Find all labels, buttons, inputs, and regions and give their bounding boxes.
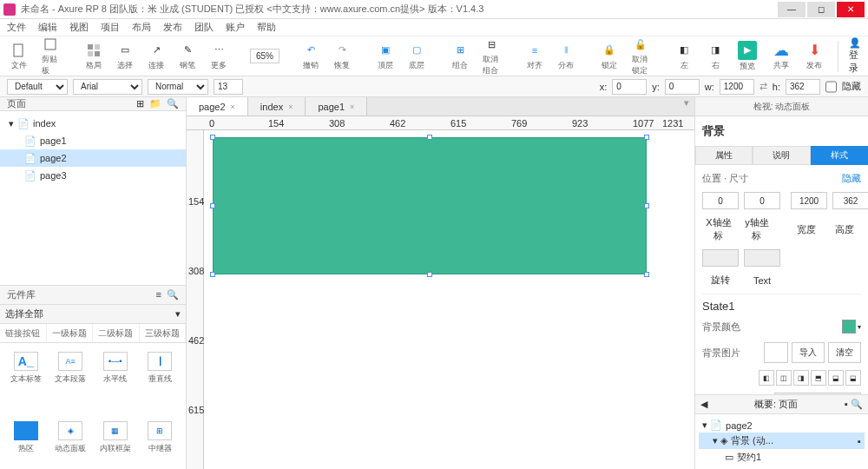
font-select[interactable]: Arial bbox=[73, 79, 142, 95]
tool-back[interactable]: ▢底层 bbox=[404, 42, 429, 71]
tool-distribute[interactable]: ⫴分布 bbox=[554, 42, 578, 71]
import-button[interactable]: 导入 bbox=[792, 342, 825, 363]
tool-grid[interactable]: 格局 bbox=[82, 42, 106, 71]
tab-page2[interactable]: page2× bbox=[187, 97, 248, 116]
tab-notes[interactable]: 说明 bbox=[753, 146, 810, 165]
menu-help[interactable]: 帮助 bbox=[257, 21, 276, 34]
tree-item-page3[interactable]: 📄page3 bbox=[0, 167, 186, 184]
lib-menu-icon[interactable]: ≡ bbox=[156, 289, 161, 301]
tab-index[interactable]: index× bbox=[248, 97, 306, 116]
widget-iframe[interactable]: ▦内联框架 bbox=[95, 418, 136, 470]
add-folder-icon[interactable]: 📁 bbox=[149, 98, 161, 109]
align-c[interactable]: ◫ bbox=[776, 370, 792, 386]
menu-account[interactable]: 账户 bbox=[226, 21, 245, 34]
align-b[interactable]: ⬓ bbox=[845, 370, 861, 386]
insp-x[interactable] bbox=[702, 192, 739, 209]
w-input[interactable] bbox=[720, 79, 754, 95]
menu-view[interactable]: 视图 bbox=[69, 21, 89, 34]
tool-undo[interactable]: ↶撤销 bbox=[299, 42, 323, 71]
maximize-button[interactable]: ◻ bbox=[807, 2, 835, 17]
share-button[interactable]: ☁共享 bbox=[769, 42, 793, 71]
login-button[interactable]: 👤 登录 bbox=[849, 37, 862, 75]
close-tab-icon[interactable]: × bbox=[350, 102, 354, 111]
lib-search-icon[interactable]: 🔍 bbox=[167, 289, 179, 301]
tool-align[interactable]: ≡对齐 bbox=[523, 42, 547, 71]
close-tab-icon[interactable]: × bbox=[231, 102, 235, 111]
tool-unlock[interactable]: 🔓取消锁定 bbox=[628, 36, 653, 76]
align-l[interactable]: ◧ bbox=[759, 370, 774, 386]
bgcolor-swatch[interactable] bbox=[842, 320, 856, 334]
outline-item-0[interactable]: ▾ ◈ 背景 (动...▪ bbox=[699, 433, 865, 449]
tool-file[interactable]: 文件 bbox=[7, 42, 31, 71]
lib-tab-3[interactable]: 三级标题 bbox=[140, 324, 187, 342]
hide-checkbox[interactable] bbox=[825, 79, 837, 95]
fontsize-input[interactable] bbox=[214, 79, 243, 95]
menu-team[interactable]: 团队 bbox=[194, 21, 214, 34]
close-button[interactable]: ✕ bbox=[837, 2, 865, 17]
insp-text[interactable] bbox=[744, 249, 780, 267]
tree-item-page1[interactable]: 📄page1 bbox=[0, 132, 186, 149]
insp-h[interactable] bbox=[832, 192, 868, 209]
tool-connect[interactable]: ↗连接 bbox=[144, 42, 168, 71]
add-page-icon[interactable]: ⊞ bbox=[136, 98, 144, 109]
tool-pen[interactable]: ✎钢笔 bbox=[175, 42, 200, 71]
h-input[interactable] bbox=[786, 79, 820, 95]
outline-search-icon[interactable]: ▪ 🔍 bbox=[845, 399, 863, 410]
align-m[interactable]: ⬓ bbox=[828, 370, 844, 386]
tool-lock[interactable]: 🔒锁定 bbox=[597, 42, 621, 71]
menu-publish[interactable]: 发布 bbox=[163, 21, 182, 34]
outline-root[interactable]: ▾ 📄 page2 bbox=[699, 418, 865, 433]
minimize-button[interactable]: — bbox=[778, 2, 806, 17]
x-input[interactable] bbox=[612, 79, 647, 95]
widget-dynpanel[interactable]: ◈动态面板 bbox=[50, 418, 92, 470]
preview-button[interactable]: ▶预览 bbox=[734, 41, 760, 72]
tool-left[interactable]: ◧左 bbox=[672, 42, 696, 71]
style-select[interactable]: Default bbox=[7, 79, 68, 95]
widget-vline[interactable]: ┃垂直线 bbox=[140, 348, 181, 414]
widget-label[interactable]: A_文本标签 bbox=[5, 348, 47, 414]
tool-clipboard[interactable]: 剪贴板 bbox=[38, 36, 62, 76]
tree-item-index[interactable]: ▾📄index bbox=[0, 115, 186, 132]
publish-button[interactable]: ⬇发布 bbox=[802, 42, 826, 71]
tab-properties[interactable]: 属性 bbox=[695, 146, 753, 165]
tree-item-page2[interactable]: 📄page2 bbox=[0, 149, 186, 167]
tool-group[interactable]: ⊞组合 bbox=[448, 42, 472, 71]
lib-select-all[interactable]: 选择全部▾ bbox=[0, 305, 186, 324]
lib-tab-1[interactable]: 一级标题 bbox=[47, 324, 94, 342]
insp-rotate[interactable] bbox=[702, 249, 739, 267]
lib-tab-2[interactable]: 二级标题 bbox=[93, 324, 140, 342]
widget-paragraph[interactable]: A≡文本段落 bbox=[50, 348, 92, 414]
tool-front[interactable]: ▣顶层 bbox=[373, 42, 398, 71]
lib-tab-0[interactable]: 链接按钮 bbox=[0, 324, 47, 342]
bgimg-preview[interactable] bbox=[764, 342, 788, 363]
clear-button[interactable]: 清空 bbox=[828, 342, 861, 363]
search-icon[interactable]: 🔍 bbox=[167, 98, 179, 109]
tool-more[interactable]: ⋯更多 bbox=[207, 42, 231, 71]
close-tab-icon[interactable]: × bbox=[288, 102, 293, 111]
chevron-down-icon[interactable]: ▾ bbox=[858, 323, 861, 331]
menu-file[interactable]: 文件 bbox=[7, 21, 26, 34]
widget-hline[interactable]: •—•水平线 bbox=[95, 348, 136, 414]
canvas[interactable] bbox=[204, 130, 694, 469]
tab-style[interactable]: 样式 bbox=[811, 146, 868, 165]
align-t[interactable]: ⬒ bbox=[811, 370, 826, 386]
menu-layout[interactable]: 布局 bbox=[132, 21, 151, 34]
outline-item-1[interactable]: ▭ 契约1 bbox=[699, 449, 865, 466]
tool-select[interactable]: ▭选择 bbox=[113, 42, 137, 71]
y-input[interactable] bbox=[665, 79, 700, 95]
tool-redo[interactable]: ↷恢复 bbox=[330, 42, 354, 71]
selected-shape[interactable] bbox=[213, 137, 647, 274]
align-r[interactable]: ◨ bbox=[793, 370, 809, 386]
weight-select[interactable]: Normal bbox=[148, 79, 208, 95]
tool-ungroup[interactable]: ⊟取消组合 bbox=[479, 36, 503, 76]
zoom-input[interactable]: 65% bbox=[250, 49, 279, 63]
insp-y[interactable] bbox=[744, 192, 780, 209]
widget-repeater[interactable]: ⊞中继器 bbox=[140, 418, 181, 470]
widget-hotspot[interactable]: 热区 bbox=[5, 418, 47, 470]
tabs-menu-icon[interactable]: ▾ bbox=[679, 97, 694, 116]
menu-edit[interactable]: 编辑 bbox=[38, 21, 57, 34]
menu-project[interactable]: 项目 bbox=[101, 21, 120, 34]
tab-page1[interactable]: page1× bbox=[306, 97, 367, 116]
insp-w[interactable] bbox=[791, 192, 827, 209]
tool-right[interactable]: ◨右 bbox=[703, 42, 727, 71]
